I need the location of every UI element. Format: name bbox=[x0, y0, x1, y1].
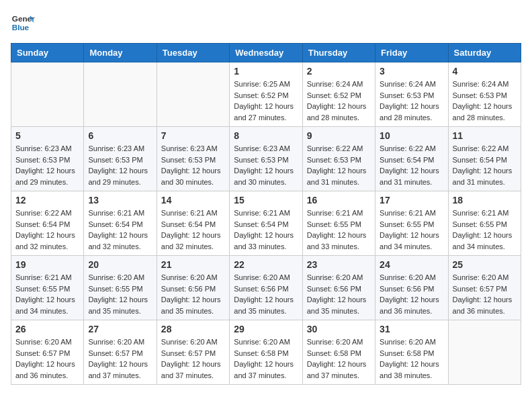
day-number: 25 bbox=[453, 259, 517, 270]
calendar-cell: 31Sunrise: 6:20 AM Sunset: 6:58 PM Dayli… bbox=[375, 320, 448, 385]
calendar-cell: 30Sunrise: 6:20 AM Sunset: 6:58 PM Dayli… bbox=[302, 320, 375, 385]
day-info: Sunrise: 6:21 AM Sunset: 6:55 PM Dayligh… bbox=[380, 208, 443, 252]
calendar-cell: 29Sunrise: 6:20 AM Sunset: 6:58 PM Dayli… bbox=[230, 320, 302, 385]
day-info: Sunrise: 6:20 AM Sunset: 6:56 PM Dayligh… bbox=[161, 272, 225, 316]
day-number: 13 bbox=[88, 195, 152, 205]
day-number: 21 bbox=[161, 259, 225, 270]
day-number: 2 bbox=[307, 66, 371, 77]
day-number: 1 bbox=[234, 66, 298, 77]
calendar-cell: 19Sunrise: 6:21 AM Sunset: 6:55 PM Dayli… bbox=[11, 256, 84, 320]
svg-text:Blue: Blue bbox=[12, 23, 30, 32]
calendar-cell: 15Sunrise: 6:21 AM Sunset: 6:54 PM Dayli… bbox=[230, 191, 302, 256]
day-number: 31 bbox=[380, 324, 443, 334]
calendar-cell: 25Sunrise: 6:20 AM Sunset: 6:57 PM Dayli… bbox=[448, 256, 521, 320]
day-number: 4 bbox=[453, 66, 517, 77]
day-info: Sunrise: 6:22 AM Sunset: 6:54 PM Dayligh… bbox=[453, 143, 517, 187]
calendar-week-row: 26Sunrise: 6:20 AM Sunset: 6:57 PM Dayli… bbox=[11, 320, 521, 385]
day-number: 10 bbox=[380, 130, 443, 141]
calendar-cell: 18Sunrise: 6:21 AM Sunset: 6:55 PM Dayli… bbox=[448, 191, 521, 256]
calendar-week-row: 5Sunrise: 6:23 AM Sunset: 6:53 PM Daylig… bbox=[11, 127, 521, 191]
calendar-cell: 23Sunrise: 6:20 AM Sunset: 6:56 PM Dayli… bbox=[302, 256, 375, 320]
day-info: Sunrise: 6:21 AM Sunset: 6:54 PM Dayligh… bbox=[234, 208, 298, 252]
day-of-week-header: Tuesday bbox=[157, 44, 229, 62]
calendar-cell: 12Sunrise: 6:22 AM Sunset: 6:54 PM Dayli… bbox=[11, 191, 84, 256]
day-number: 18 bbox=[453, 195, 517, 205]
day-info: Sunrise: 6:23 AM Sunset: 6:53 PM Dayligh… bbox=[15, 143, 79, 187]
calendar-cell: 10Sunrise: 6:22 AM Sunset: 6:54 PM Dayli… bbox=[375, 127, 448, 191]
calendar-cell: 20Sunrise: 6:20 AM Sunset: 6:55 PM Dayli… bbox=[84, 256, 157, 320]
day-number: 12 bbox=[15, 195, 79, 205]
day-number: 11 bbox=[453, 130, 517, 141]
day-info: Sunrise: 6:21 AM Sunset: 6:55 PM Dayligh… bbox=[307, 208, 371, 252]
calendar-cell: 21Sunrise: 6:20 AM Sunset: 6:56 PM Dayli… bbox=[157, 256, 229, 320]
calendar-cell: 24Sunrise: 6:20 AM Sunset: 6:56 PM Dayli… bbox=[375, 256, 448, 320]
day-info: Sunrise: 6:20 AM Sunset: 6:58 PM Dayligh… bbox=[307, 336, 371, 381]
day-number: 19 bbox=[15, 259, 79, 270]
day-info: Sunrise: 6:20 AM Sunset: 6:57 PM Dayligh… bbox=[15, 336, 79, 381]
calendar-body: 1Sunrise: 6:25 AM Sunset: 6:52 PM Daylig… bbox=[11, 62, 521, 385]
day-info: Sunrise: 6:20 AM Sunset: 6:57 PM Dayligh… bbox=[88, 336, 152, 381]
calendar-header-row: SundayMondayTuesdayWednesdayThursdayFrid… bbox=[11, 44, 521, 62]
day-info: Sunrise: 6:25 AM Sunset: 6:52 PM Dayligh… bbox=[234, 79, 298, 123]
day-number: 7 bbox=[161, 130, 225, 141]
day-number: 29 bbox=[234, 324, 298, 334]
calendar-week-row: 1Sunrise: 6:25 AM Sunset: 6:52 PM Daylig… bbox=[11, 62, 521, 127]
day-of-week-header: Thursday bbox=[302, 44, 375, 62]
day-info: Sunrise: 6:20 AM Sunset: 6:57 PM Dayligh… bbox=[453, 272, 517, 316]
calendar-cell: 27Sunrise: 6:20 AM Sunset: 6:57 PM Dayli… bbox=[84, 320, 157, 385]
calendar-cell: 4Sunrise: 6:24 AM Sunset: 6:53 PM Daylig… bbox=[448, 62, 521, 127]
day-info: Sunrise: 6:23 AM Sunset: 6:53 PM Dayligh… bbox=[161, 143, 225, 187]
calendar-cell: 26Sunrise: 6:20 AM Sunset: 6:57 PM Dayli… bbox=[11, 320, 84, 385]
calendar-cell: 3Sunrise: 6:24 AM Sunset: 6:53 PM Daylig… bbox=[375, 62, 448, 127]
calendar-cell: 13Sunrise: 6:21 AM Sunset: 6:54 PM Dayli… bbox=[84, 191, 157, 256]
calendar-table: SundayMondayTuesdayWednesdayThursdayFrid… bbox=[11, 43, 521, 385]
day-info: Sunrise: 6:21 AM Sunset: 6:55 PM Dayligh… bbox=[15, 272, 79, 316]
day-info: Sunrise: 6:23 AM Sunset: 6:53 PM Dayligh… bbox=[234, 143, 298, 187]
calendar-cell bbox=[11, 62, 84, 127]
calendar-cell: 22Sunrise: 6:20 AM Sunset: 6:56 PM Dayli… bbox=[230, 256, 302, 320]
day-info: Sunrise: 6:20 AM Sunset: 6:57 PM Dayligh… bbox=[161, 336, 225, 381]
day-number: 22 bbox=[234, 259, 298, 270]
calendar-cell: 14Sunrise: 6:21 AM Sunset: 6:54 PM Dayli… bbox=[157, 191, 229, 256]
day-info: Sunrise: 6:20 AM Sunset: 6:58 PM Dayligh… bbox=[380, 336, 443, 381]
day-number: 6 bbox=[88, 130, 152, 141]
day-info: Sunrise: 6:20 AM Sunset: 6:56 PM Dayligh… bbox=[234, 272, 298, 316]
day-number: 8 bbox=[234, 130, 298, 141]
day-number: 17 bbox=[380, 195, 443, 205]
day-number: 14 bbox=[161, 195, 225, 205]
calendar-cell: 6Sunrise: 6:23 AM Sunset: 6:53 PM Daylig… bbox=[84, 127, 157, 191]
day-number: 30 bbox=[307, 324, 371, 334]
day-info: Sunrise: 6:24 AM Sunset: 6:52 PM Dayligh… bbox=[307, 79, 371, 123]
calendar-cell: 2Sunrise: 6:24 AM Sunset: 6:52 PM Daylig… bbox=[302, 62, 375, 127]
calendar-cell: 5Sunrise: 6:23 AM Sunset: 6:53 PM Daylig… bbox=[11, 127, 84, 191]
day-info: Sunrise: 6:22 AM Sunset: 6:54 PM Dayligh… bbox=[380, 143, 443, 187]
day-of-week-header: Sunday bbox=[11, 44, 84, 62]
day-info: Sunrise: 6:21 AM Sunset: 6:54 PM Dayligh… bbox=[88, 208, 152, 252]
calendar-cell bbox=[157, 62, 229, 127]
calendar-cell: 7Sunrise: 6:23 AM Sunset: 6:53 PM Daylig… bbox=[157, 127, 229, 191]
day-number: 3 bbox=[380, 66, 443, 77]
day-number: 26 bbox=[15, 324, 79, 334]
day-of-week-header: Monday bbox=[84, 44, 157, 62]
day-number: 27 bbox=[88, 324, 152, 334]
day-info: Sunrise: 6:21 AM Sunset: 6:55 PM Dayligh… bbox=[453, 208, 517, 252]
day-number: 15 bbox=[234, 195, 298, 205]
day-info: Sunrise: 6:20 AM Sunset: 6:58 PM Dayligh… bbox=[234, 336, 298, 381]
logo: General Blue bbox=[11, 11, 35, 35]
day-of-week-header: Wednesday bbox=[230, 44, 302, 62]
day-info: Sunrise: 6:22 AM Sunset: 6:53 PM Dayligh… bbox=[307, 143, 371, 187]
calendar-week-row: 12Sunrise: 6:22 AM Sunset: 6:54 PM Dayli… bbox=[11, 191, 521, 256]
calendar-cell: 16Sunrise: 6:21 AM Sunset: 6:55 PM Dayli… bbox=[302, 191, 375, 256]
calendar-cell: 8Sunrise: 6:23 AM Sunset: 6:53 PM Daylig… bbox=[230, 127, 302, 191]
day-number: 28 bbox=[161, 324, 225, 334]
day-number: 5 bbox=[15, 130, 79, 141]
day-of-week-header: Friday bbox=[375, 44, 448, 62]
calendar-week-row: 19Sunrise: 6:21 AM Sunset: 6:55 PM Dayli… bbox=[11, 256, 521, 320]
day-number: 9 bbox=[307, 130, 371, 141]
calendar-cell bbox=[448, 320, 521, 385]
calendar-cell: 11Sunrise: 6:22 AM Sunset: 6:54 PM Dayli… bbox=[448, 127, 521, 191]
calendar-cell: 17Sunrise: 6:21 AM Sunset: 6:55 PM Dayli… bbox=[375, 191, 448, 256]
day-info: Sunrise: 6:20 AM Sunset: 6:55 PM Dayligh… bbox=[88, 272, 152, 316]
day-info: Sunrise: 6:23 AM Sunset: 6:53 PM Dayligh… bbox=[88, 143, 152, 187]
day-number: 20 bbox=[88, 259, 152, 270]
